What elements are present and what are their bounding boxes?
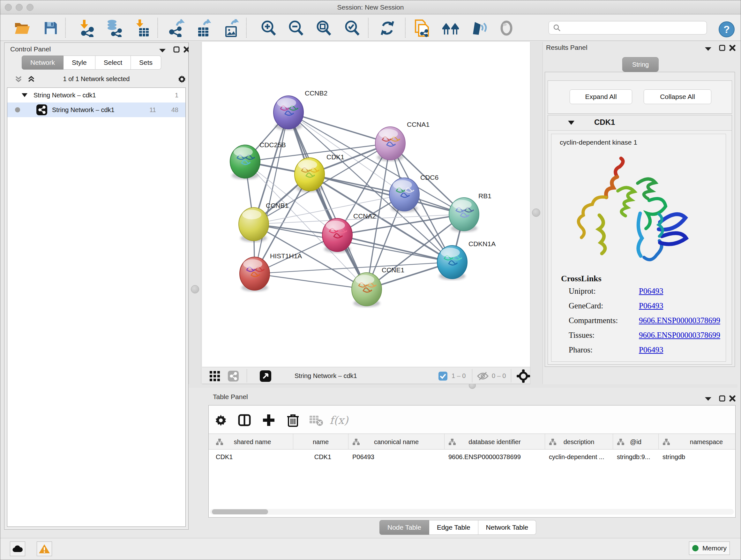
tab-network-table[interactable]: Network Table	[478, 520, 536, 535]
cell-shared-name[interactable]: CDK1	[212, 449, 293, 464]
delete-column-trash-icon[interactable]	[284, 411, 302, 429]
tab-select[interactable]: Select	[95, 56, 131, 70]
help-icon[interactable]: ?	[718, 20, 736, 39]
collapse-all-button[interactable]: Collapse All	[644, 89, 711, 104]
node-CDKN1A[interactable]: CDKN1A	[437, 240, 495, 280]
fit-selected-crosshair-icon[interactable]	[517, 369, 530, 383]
column-header-description[interactable]: description	[545, 434, 613, 450]
cloud-button[interactable]	[10, 542, 25, 556]
panel-close-icon[interactable]	[729, 395, 736, 402]
entry-expander-icon[interactable]	[568, 120, 575, 125]
grid-view-icon[interactable]	[210, 371, 220, 381]
show-network-documents-icon[interactable]	[413, 19, 431, 37]
search-input[interactable]	[563, 21, 706, 34]
node-RB1[interactable]: RB1	[449, 192, 491, 232]
network-graph[interactable]: CCNB2CCNA1CDC25BCDK1CDC6RB1CCNB1CCNA2CDK…	[202, 42, 530, 367]
results-tab-string[interactable]: String	[622, 57, 659, 72]
zoom-in-icon[interactable]	[259, 19, 278, 37]
panel-menu-icon[interactable]	[158, 48, 166, 53]
left-splitter[interactable]	[189, 42, 201, 384]
column-header--id[interactable]: @id	[613, 434, 659, 450]
tree-expander-icon[interactable]	[21, 93, 28, 98]
warning-button[interactable]	[37, 542, 52, 556]
network-status-dot	[15, 107, 20, 112]
table-settings-gear-icon[interactable]	[212, 411, 230, 429]
column-header-shared-name[interactable]: shared name	[212, 434, 293, 450]
column-header-name[interactable]: name	[293, 434, 348, 450]
panel-float-icon[interactable]	[173, 46, 180, 53]
left-splitter-handle[interactable]	[191, 285, 199, 294]
node-CCNB2[interactable]: CCNB2	[273, 89, 327, 130]
edge-CCNB2-CCNA1[interactable]	[288, 112, 390, 143]
table-row[interactable]: CDK1CDK1P064939606.ENSP00000378699cyclin…	[209, 449, 735, 464]
panel-menu-icon[interactable]	[704, 46, 712, 51]
import-network-file-icon[interactable]	[77, 19, 96, 37]
horizontal-splitter[interactable]	[189, 384, 738, 388]
crosslink-link[interactable]: P06493	[639, 301, 663, 310]
eye-disabled-icon[interactable]	[497, 19, 516, 37]
apply-layout-icon[interactable]	[378, 19, 397, 37]
birds-eye-view-icon[interactable]	[259, 370, 272, 382]
panel-menu-icon[interactable]	[704, 396, 712, 401]
cell-name[interactable]: CDK1	[293, 449, 348, 464]
import-network-database-icon[interactable]	[105, 19, 123, 37]
tab-style[interactable]: Style	[64, 56, 95, 70]
network-row-selected[interactable]: String Network – cdk1 11 48	[7, 103, 185, 117]
right-splitter[interactable]	[530, 42, 543, 384]
tab-network[interactable]: Network	[22, 56, 64, 70]
cell-canonical-name[interactable]: P06493	[348, 449, 445, 464]
node-HIST1H1A[interactable]: HIST1H1A	[240, 252, 302, 292]
zoom-selected-icon[interactable]	[343, 19, 361, 37]
tab-sets[interactable]: Sets	[131, 56, 161, 70]
network-options-gear-icon[interactable]	[177, 74, 187, 84]
cell-namespace[interactable]: stringdb	[659, 449, 736, 464]
table-horizontal-scrollbar[interactable]	[210, 509, 734, 515]
edge-HIST1H1A-CCNE1[interactable]	[255, 273, 367, 289]
scrollbar-thumb[interactable]	[212, 509, 268, 514]
edge-CCNB2-CCNE1[interactable]	[288, 112, 367, 289]
panel-float-icon[interactable]	[719, 44, 726, 51]
memory-status-dot	[692, 545, 698, 551]
selected-checkbox-icon[interactable]	[438, 371, 448, 381]
crosslink-link[interactable]: 9606.ENSP00000378699	[639, 331, 720, 340]
tab-edge-table[interactable]: Edge Table	[429, 520, 478, 535]
memory-button[interactable]: Memory	[689, 542, 730, 555]
edge-CCNB2-HIST1H1A[interactable]	[255, 112, 288, 273]
edge-count: 48	[172, 106, 179, 114]
column-header-namespace[interactable]: namespace	[659, 434, 736, 450]
edge-CCNA2-CDKN1A[interactable]	[337, 235, 452, 262]
expand-all-button[interactable]: Expand All	[569, 89, 632, 104]
save-session-icon[interactable]	[42, 19, 60, 37]
export-network-icon[interactable]	[167, 19, 185, 37]
node-CDC6[interactable]: CDC6	[389, 174, 439, 212]
zoom-fit-icon[interactable]	[314, 19, 333, 37]
network-canvas[interactable]: CCNB2CCNA1CDC25BCDK1CDC6RB1CCNB1CCNA2CDK…	[202, 42, 530, 367]
cell--id[interactable]: stringdb:9...	[613, 449, 659, 464]
panel-close-icon[interactable]	[729, 44, 736, 51]
gene-entry-header[interactable]: CDK1	[548, 115, 732, 131]
crosslink-link[interactable]: P06493	[639, 287, 663, 296]
add-column-icon[interactable]	[260, 411, 278, 429]
cell-database-identifier[interactable]: 9606.ENSP00000378699	[445, 449, 545, 464]
node-CDK1[interactable]: CDK1	[294, 153, 344, 192]
export-image-icon[interactable]	[222, 19, 241, 37]
column-header-database-identifier[interactable]: database identifier	[445, 434, 545, 450]
houses-icon[interactable]	[441, 19, 460, 37]
node-CCNB1[interactable]: CCNB1	[239, 202, 288, 242]
graphics-details-eye-icon[interactable]	[469, 19, 488, 37]
open-file-icon[interactable]	[13, 19, 31, 37]
column-header-canonical-name[interactable]: canonical name	[348, 434, 445, 450]
tab-node-table[interactable]: Node Table	[380, 520, 429, 535]
cell-description[interactable]: cyclin-dependent ...	[545, 449, 613, 464]
network-collection-row[interactable]: String Network – cdk1 1	[7, 88, 185, 103]
import-table-file-icon[interactable]	[133, 19, 152, 37]
right-splitter-handle[interactable]	[532, 208, 540, 217]
network-view-icon-disabled[interactable]	[227, 370, 239, 382]
crosslink-link[interactable]: 9606.ENSP00000378699	[639, 316, 720, 325]
panel-float-icon[interactable]	[719, 395, 726, 402]
zoom-out-icon[interactable]	[286, 19, 305, 37]
export-table-icon[interactable]	[194, 19, 213, 37]
crosslink-link[interactable]: P06493	[639, 346, 663, 354]
show-column-icon[interactable]	[235, 411, 253, 429]
memory-label: Memory	[702, 544, 727, 552]
